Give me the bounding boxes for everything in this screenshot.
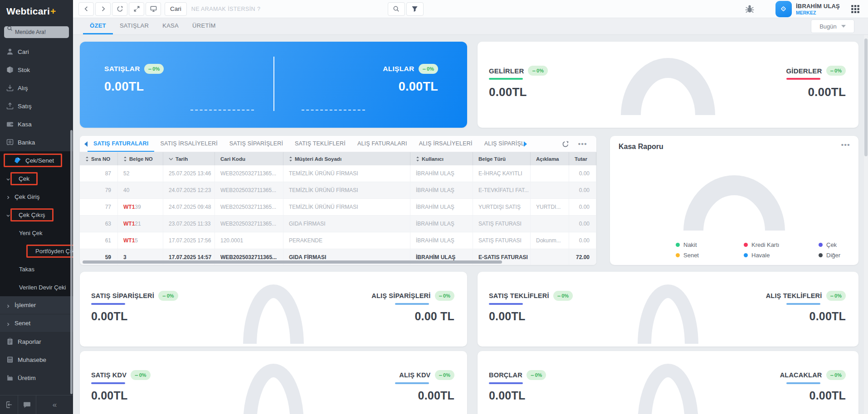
invoice-tab[interactable]: SATIŞ TEKLİFLERİ: [289, 136, 351, 152]
tab-kasa[interactable]: KASA: [156, 18, 185, 34]
sidebar-item-çek-çıkış[interactable]: Çek Çıkış: [0, 206, 73, 224]
legend-item[interactable]: Kredi Kartı: [744, 241, 819, 248]
column-header[interactable]: Müşteri Adı Soyadı: [283, 152, 410, 165]
table-cell: WT139: [118, 199, 163, 215]
search-icon: [7, 25, 13, 31]
chat-button[interactable]: [18, 395, 36, 414]
label-underline: [395, 303, 429, 305]
chevron-down-icon: [6, 212, 10, 217]
legend-label: Diğer: [826, 252, 840, 259]
menu-search-input[interactable]: [4, 26, 69, 38]
tab-özet[interactable]: ÖZET: [83, 18, 113, 34]
kasa-raporu-card: Kasa Raporu ••• NakitKredi KartıÇekSenet…: [610, 136, 858, 265]
window-scrollbar[interactable]: [864, 35, 868, 414]
legend-dot: [676, 253, 680, 257]
avatar[interactable]: [775, 1, 792, 17]
sidebar-item-satış[interactable]: Satış: [0, 97, 73, 115]
user-name: İBRAHİM ULAŞ: [796, 3, 840, 10]
column-label: Belge NO: [129, 156, 153, 162]
annotation-highlight-box: Çek Çıkış: [10, 208, 54, 221]
tab-üreti̇m[interactable]: ÜRETİM: [185, 18, 223, 34]
tabs-scroll-left-icon[interactable]: [84, 141, 88, 147]
sidebar-item-label: Alış: [18, 85, 28, 91]
table-row[interactable]: 61WT1517.07.2025 17:56120.0001PERAKENDEİ…: [80, 232, 596, 249]
invoice-tab[interactable]: ALIŞ FATURALARI: [351, 136, 413, 152]
scrollbar-thumb[interactable]: [864, 39, 868, 156]
table-row[interactable]: 875225.07.2025 13:46WEB2025032711365...T…: [80, 165, 596, 182]
sidebar-item-çek/senet[interactable]: Çek/Senet: [0, 151, 73, 169]
sidebar-item-çek-giriş[interactable]: Çek Giriş: [0, 188, 73, 206]
sidebar-item-kasa[interactable]: Kasa: [0, 115, 73, 133]
invoice-tab[interactable]: SATIŞ SİPARİŞLERİ: [224, 136, 289, 152]
sidebar-item-takas[interactable]: Takas: [0, 260, 73, 278]
invoice-tab[interactable]: SATIŞ FATURALARI: [88, 136, 154, 152]
metric-value: 0.00TL: [91, 389, 127, 402]
table-row[interactable]: 63WT12123.07.2025 11:33WEB2025032711365.…: [80, 216, 596, 232]
search-context-label[interactable]: Cari: [165, 2, 187, 16]
collapse-sidebar-button[interactable]: «: [36, 395, 73, 414]
invoice-tab[interactable]: SATIŞ İRSALİYELERİ: [154, 136, 223, 152]
calculator-icon: [6, 356, 14, 363]
user-menu[interactable]: İBRAHİM ULAŞ MERKEZ: [796, 3, 840, 15]
column-header[interactable]: Cari Kodu: [215, 152, 283, 165]
gauge-arc: [675, 169, 793, 231]
sidebar-scrollbar[interactable]: [70, 130, 73, 394]
invoice-tab[interactable]: ALIŞ SİPARİŞLERİ: [478, 136, 524, 152]
filter-button[interactable]: [406, 2, 424, 16]
sidebar-item-üretim[interactable]: Üretim: [0, 369, 73, 387]
back-button[interactable]: [78, 2, 94, 16]
forward-button[interactable]: [95, 2, 111, 16]
chevron-right-icon: [6, 194, 10, 199]
legend-item[interactable]: Havale: [744, 252, 819, 259]
global-search-input[interactable]: [191, 2, 386, 16]
sidebar-item-stok[interactable]: Stok: [0, 61, 73, 79]
more-icon[interactable]: •••: [841, 141, 850, 148]
tab-satişlar[interactable]: SATIŞLAR: [113, 18, 156, 34]
sales-value: 0.00TL: [104, 80, 144, 94]
date-filter-dropdown[interactable]: Bugün: [811, 19, 854, 33]
column-header[interactable]: Tarih: [163, 152, 215, 165]
table-cell: TEMİZLİK ÜRÜNÜ FİRMASI: [283, 199, 410, 215]
sidebar-item-label: Cari: [18, 48, 29, 55]
sidebar-item-verilen-devir-çeki[interactable]: Verilen Devir Çeki: [0, 278, 73, 296]
table-row[interactable]: 794024.07.2025 12:23WEB2025032711365...T…: [80, 182, 596, 199]
sidebar-item-banka[interactable]: Banka: [0, 133, 73, 151]
legend-item[interactable]: Nakit: [676, 241, 744, 248]
column-header[interactable]: Açıklama: [531, 152, 569, 165]
table-row[interactable]: 77WT13924.07.2025 09:48WEB2025032711365.…: [80, 199, 596, 216]
monitor-button[interactable]: [146, 2, 161, 16]
column-header[interactable]: Kullanıcı: [410, 152, 473, 165]
sidebar-item-senet[interactable]: Senet: [0, 314, 73, 332]
fullscreen-button[interactable]: [129, 2, 144, 16]
legend-item[interactable]: Diğer: [819, 252, 858, 259]
refresh-button[interactable]: [112, 2, 127, 16]
sidebar-item-yeni-çek[interactable]: Yeni Çek: [0, 224, 73, 242]
legend-item[interactable]: Çek: [819, 241, 858, 248]
table-cell: 0.00: [569, 216, 596, 232]
sidebar-item-cari[interactable]: Cari: [0, 43, 73, 61]
sidebar-item-raporlar[interactable]: Raporlar: [0, 332, 73, 351]
column-header[interactable]: Belge Türü: [473, 152, 531, 165]
horizontal-scrollbar[interactable]: [83, 260, 502, 264]
column-header[interactable]: Belge NO: [118, 152, 163, 165]
refresh-icon[interactable]: [562, 140, 569, 148]
column-header[interactable]: Sıra NO: [80, 152, 118, 165]
sidebar-item-i-şlemler[interactable]: İşlemler: [0, 296, 73, 314]
legend-item[interactable]: Senet: [676, 252, 744, 259]
search-button[interactable]: [388, 2, 405, 16]
gauge-arc: [614, 55, 722, 115]
invoice-tab[interactable]: ALIŞ İRSALİYELERİ: [413, 136, 478, 152]
sidebar-item-portföyden-çıkış[interactable]: Portföyden Çıkış: [0, 242, 73, 260]
sidebar-item-muhasebe[interactable]: Muhasebe: [0, 351, 73, 369]
apps-grid-button[interactable]: [851, 5, 860, 14]
more-icon[interactable]: •••: [578, 140, 587, 147]
sidebar-item-label: Portföyden Çıkış: [35, 248, 73, 255]
sidebar-item-çek[interactable]: Çek: [0, 169, 73, 188]
sidebar-item-label: Satış: [18, 103, 32, 110]
tabs-scroll-right-icon[interactable]: [524, 141, 527, 147]
bug-report-button[interactable]: [745, 4, 755, 14]
column-header[interactable]: Tutar: [569, 152, 596, 165]
sidebar-item-alış[interactable]: Alış: [0, 79, 73, 97]
table-cell: WEB2025032711365...: [215, 216, 283, 232]
logout-button[interactable]: [0, 395, 18, 414]
